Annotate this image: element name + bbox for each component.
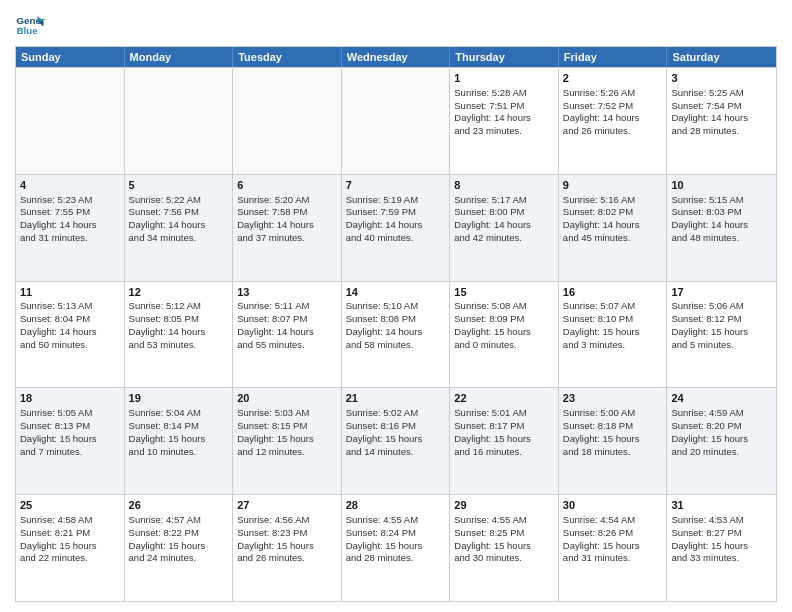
day-info-line: Daylight: 14 hours xyxy=(454,112,554,125)
day-info-line: Sunset: 8:15 PM xyxy=(237,420,337,433)
day-info-line: Daylight: 15 hours xyxy=(563,540,663,553)
day-info-line: Sunset: 7:54 PM xyxy=(671,100,772,113)
day-info-line: Sunrise: 4:55 AM xyxy=(454,514,554,527)
day-info-line: Sunset: 8:07 PM xyxy=(237,313,337,326)
day-number: 9 xyxy=(563,178,663,193)
day-info-line: Sunrise: 5:19 AM xyxy=(346,194,446,207)
day-info-line: Sunset: 8:02 PM xyxy=(563,206,663,219)
day-info-line: Daylight: 15 hours xyxy=(129,540,229,553)
day-info-line: Sunrise: 4:56 AM xyxy=(237,514,337,527)
day-info-line: and 37 minutes. xyxy=(237,232,337,245)
day-number: 5 xyxy=(129,178,229,193)
day-cell: 4Sunrise: 5:23 AMSunset: 7:55 PMDaylight… xyxy=(16,175,125,281)
day-cell: 18Sunrise: 5:05 AMSunset: 8:13 PMDayligh… xyxy=(16,388,125,494)
day-info-line: Sunrise: 5:03 AM xyxy=(237,407,337,420)
day-info-line: Sunset: 8:21 PM xyxy=(20,527,120,540)
day-info-line: Daylight: 14 hours xyxy=(671,219,772,232)
day-info-line: Sunrise: 5:12 AM xyxy=(129,300,229,313)
day-info-line: Sunrise: 5:25 AM xyxy=(671,87,772,100)
day-cell: 11Sunrise: 5:13 AMSunset: 8:04 PMDayligh… xyxy=(16,282,125,388)
calendar-row: 18Sunrise: 5:05 AMSunset: 8:13 PMDayligh… xyxy=(16,387,776,494)
empty-cell xyxy=(342,68,451,174)
day-info-line: Sunset: 8:18 PM xyxy=(563,420,663,433)
day-info-line: and 20 minutes. xyxy=(671,446,772,459)
day-info-line: Sunrise: 5:07 AM xyxy=(563,300,663,313)
day-number: 29 xyxy=(454,498,554,513)
day-info-line: Daylight: 15 hours xyxy=(454,433,554,446)
calendar-row: 25Sunrise: 4:58 AMSunset: 8:21 PMDayligh… xyxy=(16,494,776,601)
day-number: 1 xyxy=(454,71,554,86)
weekday-header: Saturday xyxy=(667,47,776,67)
calendar-row: 1Sunrise: 5:28 AMSunset: 7:51 PMDaylight… xyxy=(16,67,776,174)
day-info-line: Sunrise: 5:26 AM xyxy=(563,87,663,100)
day-cell: 8Sunrise: 5:17 AMSunset: 8:00 PMDaylight… xyxy=(450,175,559,281)
day-number: 6 xyxy=(237,178,337,193)
empty-cell xyxy=(16,68,125,174)
day-info-line: Sunset: 7:56 PM xyxy=(129,206,229,219)
day-info-line: and 34 minutes. xyxy=(129,232,229,245)
day-cell: 12Sunrise: 5:12 AMSunset: 8:05 PMDayligh… xyxy=(125,282,234,388)
day-cell: 26Sunrise: 4:57 AMSunset: 8:22 PMDayligh… xyxy=(125,495,234,601)
calendar-row: 4Sunrise: 5:23 AMSunset: 7:55 PMDaylight… xyxy=(16,174,776,281)
day-cell: 5Sunrise: 5:22 AMSunset: 7:56 PMDaylight… xyxy=(125,175,234,281)
day-info-line: Daylight: 15 hours xyxy=(237,540,337,553)
svg-text:Blue: Blue xyxy=(17,25,39,36)
day-info-line: Daylight: 14 hours xyxy=(20,219,120,232)
day-info-line: Daylight: 15 hours xyxy=(129,433,229,446)
day-info-line: and 58 minutes. xyxy=(346,339,446,352)
day-info-line: Sunset: 8:00 PM xyxy=(454,206,554,219)
day-info-line: Sunrise: 5:13 AM xyxy=(20,300,120,313)
day-info-line: Daylight: 15 hours xyxy=(671,326,772,339)
day-cell: 29Sunrise: 4:55 AMSunset: 8:25 PMDayligh… xyxy=(450,495,559,601)
day-info-line: Daylight: 14 hours xyxy=(129,326,229,339)
day-number: 14 xyxy=(346,285,446,300)
calendar-header: SundayMondayTuesdayWednesdayThursdayFrid… xyxy=(16,47,776,67)
day-cell: 19Sunrise: 5:04 AMSunset: 8:14 PMDayligh… xyxy=(125,388,234,494)
day-cell: 21Sunrise: 5:02 AMSunset: 8:16 PMDayligh… xyxy=(342,388,451,494)
day-number: 24 xyxy=(671,391,772,406)
day-info-line: Daylight: 15 hours xyxy=(20,540,120,553)
day-info-line: Sunset: 8:09 PM xyxy=(454,313,554,326)
day-info-line: and 3 minutes. xyxy=(563,339,663,352)
day-info-line: and 26 minutes. xyxy=(563,125,663,138)
day-cell: 28Sunrise: 4:55 AMSunset: 8:24 PMDayligh… xyxy=(342,495,451,601)
day-info-line: Sunrise: 5:20 AM xyxy=(237,194,337,207)
day-cell: 17Sunrise: 5:06 AMSunset: 8:12 PMDayligh… xyxy=(667,282,776,388)
day-info-line: Sunrise: 5:17 AM xyxy=(454,194,554,207)
day-info-line: and 55 minutes. xyxy=(237,339,337,352)
day-info-line: Sunset: 8:12 PM xyxy=(671,313,772,326)
day-info-line: Sunrise: 4:54 AM xyxy=(563,514,663,527)
day-info-line: and 28 minutes. xyxy=(346,552,446,565)
day-info-line: Sunrise: 5:00 AM xyxy=(563,407,663,420)
day-cell: 16Sunrise: 5:07 AMSunset: 8:10 PMDayligh… xyxy=(559,282,668,388)
day-info-line: and 31 minutes. xyxy=(20,232,120,245)
day-info-line: and 31 minutes. xyxy=(563,552,663,565)
day-info-line: Sunset: 8:24 PM xyxy=(346,527,446,540)
day-info-line: Sunset: 8:08 PM xyxy=(346,313,446,326)
day-info-line: Sunset: 8:10 PM xyxy=(563,313,663,326)
day-info-line: and 12 minutes. xyxy=(237,446,337,459)
day-info-line: Sunset: 7:58 PM xyxy=(237,206,337,219)
day-info-line: Sunset: 7:59 PM xyxy=(346,206,446,219)
day-info-line: Sunset: 8:13 PM xyxy=(20,420,120,433)
day-info-line: Sunrise: 5:15 AM xyxy=(671,194,772,207)
day-info-line: Sunset: 7:55 PM xyxy=(20,206,120,219)
day-info-line: and 33 minutes. xyxy=(671,552,772,565)
day-info-line: and 40 minutes. xyxy=(346,232,446,245)
weekday-header: Wednesday xyxy=(342,47,451,67)
day-info-line: Daylight: 14 hours xyxy=(563,112,663,125)
day-info-line: Daylight: 15 hours xyxy=(454,540,554,553)
day-cell: 30Sunrise: 4:54 AMSunset: 8:26 PMDayligh… xyxy=(559,495,668,601)
calendar-row: 11Sunrise: 5:13 AMSunset: 8:04 PMDayligh… xyxy=(16,281,776,388)
day-info-line: Daylight: 15 hours xyxy=(563,433,663,446)
day-cell: 24Sunrise: 4:59 AMSunset: 8:20 PMDayligh… xyxy=(667,388,776,494)
day-number: 4 xyxy=(20,178,120,193)
day-info-line: Sunrise: 5:22 AM xyxy=(129,194,229,207)
day-info-line: Daylight: 15 hours xyxy=(20,433,120,446)
day-info-line: Daylight: 15 hours xyxy=(671,540,772,553)
day-number: 23 xyxy=(563,391,663,406)
day-cell: 10Sunrise: 5:15 AMSunset: 8:03 PMDayligh… xyxy=(667,175,776,281)
day-number: 28 xyxy=(346,498,446,513)
day-info-line: Sunrise: 5:04 AM xyxy=(129,407,229,420)
weekday-header: Friday xyxy=(559,47,668,67)
